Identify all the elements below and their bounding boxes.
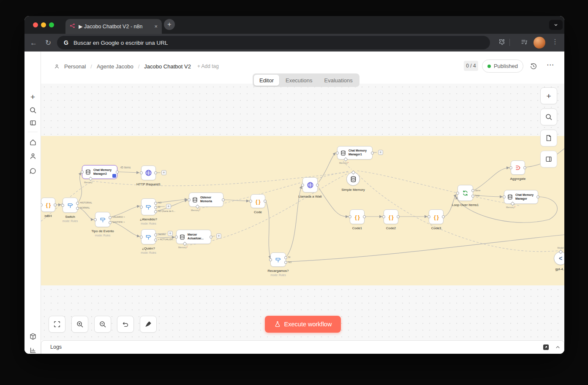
node-code[interactable]: { } [250,194,265,208]
node-loop-over-items1[interactable]: doneloop [457,185,473,201]
workflow-menu-icon[interactable]: ⋯ [547,60,554,69]
output-port[interactable] [363,215,366,218]
node-aggregate[interactable] [511,160,525,175]
input-port[interactable] [140,206,143,209]
node-http-request1[interactable] [141,165,156,180]
output-port[interactable] [109,216,112,219]
output-port[interactable] [76,207,79,210]
input-port[interactable] [140,171,143,174]
tab-editor[interactable]: Editor [254,75,279,86]
tab-executions[interactable]: Executions [280,75,318,86]
input-port[interactable] [456,192,459,195]
memory-port-diamond[interactable] [344,157,348,162]
logs-panel[interactable]: Logs [41,340,564,354]
output-port[interactable] [54,203,57,206]
output-port[interactable] [264,200,267,203]
input-port[interactable] [94,218,97,221]
output-port[interactable] [471,189,474,192]
input-port[interactable] [81,171,84,174]
output-port[interactable] [116,171,119,174]
published-button[interactable]: Published [482,60,523,73]
add-node-hint-button[interactable]: + [161,170,166,175]
input-port[interactable] [382,215,385,218]
memory-port-diamond[interactable] [196,205,200,209]
input-port[interactable] [427,215,430,218]
add-node-hint-button[interactable]: + [166,204,171,209]
node-chat-memory-manager1[interactable]: Chat Memory Manager1Memory* [337,146,373,160]
node-marcar-actualizar[interactable]: Marcar Actualizar...Memory* [176,230,211,244]
node-simple-memory[interactable] [346,172,360,186]
add-node-hint-button[interactable]: + [378,150,383,155]
canvas-search-button[interactable] [540,108,557,125]
breadcrumb-project[interactable]: Personal [64,63,86,70]
node-chat-memory-manager2[interactable]: Chat Memory Manager2Memory [82,165,117,179]
node-chat-memory-manager[interactable]: Chat Memory ManagerMemory* [504,190,538,204]
memory-port-diamond[interactable] [183,242,187,246]
output-port[interactable] [523,166,526,169]
tidy-up-button[interactable] [140,316,157,333]
input-port[interactable] [348,215,351,218]
input-port[interactable] [269,258,272,261]
expand-logs-chevron-icon[interactable] [555,344,561,350]
input-port[interactable] [249,200,252,203]
node-obtener-memoria[interactable]: Obtener MemoriaMemory* [189,192,223,207]
open-logs-popup-icon[interactable] [543,344,549,350]
output-port[interactable] [154,206,157,209]
sidebar-toggle-icon[interactable] [28,118,37,127]
templates-icon[interactable] [28,332,37,341]
output-port[interactable] [284,256,287,259]
output-port[interactable] [154,171,157,174]
breadcrumb-folder[interactable]: Agente Jacobo [97,63,133,70]
output-port[interactable] [154,210,157,213]
node-gpt-4[interactable]: <Model [554,252,564,265]
add-node-hint-button[interactable]: + [216,233,221,239]
node-tipo-de-evento[interactable]: USUARIO >SANTIFIK > [95,212,110,227]
undo-button[interactable] [117,316,134,333]
node-code1[interactable]: { } [350,209,365,224]
node-recargamos[interactable]: SINO [270,252,286,267]
output-port[interactable] [109,221,112,224]
output-port[interactable] [536,195,539,198]
add-node-hint-button[interactable]: + [168,231,173,236]
output-port[interactable] [284,261,287,264]
tab-evaluations[interactable]: Evaluations [319,75,358,86]
input-port[interactable] [509,166,512,169]
personal-icon[interactable] [28,152,37,160]
input-port[interactable] [188,198,191,201]
input-port[interactable] [140,236,143,239]
node-quien[interactable]: Jacobo+ ACTUALIZA... [141,229,156,244]
output-port[interactable] [222,198,225,201]
insights-icon[interactable] [28,346,37,354]
add-workflow-icon[interactable]: + [28,92,37,101]
zoom-in-button[interactable] [71,316,88,333]
node-code3[interactable]: { } [429,209,444,224]
input-port[interactable] [503,195,506,198]
zoom-to-fit-button[interactable] [49,316,65,333]
node-atendido[interactable]: NOSINO (fuera de h... [141,198,156,215]
output-port[interactable] [371,152,374,155]
chat-icon[interactable] [28,166,37,175]
home-icon[interactable] [28,138,37,146]
workflow-history-icon[interactable] [530,62,537,70]
output-port[interactable] [442,215,445,218]
sub-node-port-diamond[interactable] [351,171,355,175]
workflow-title[interactable]: Jacobo Chatbot V2 [144,63,191,70]
input-port[interactable] [301,184,304,187]
output-port[interactable] [76,202,79,205]
output-port[interactable] [397,215,400,218]
output-port[interactable] [154,202,157,205]
memory-port-diamond[interactable] [89,177,93,181]
memory-port-diamond[interactable] [511,202,515,206]
node-llamada-a-wati[interactable] [302,177,318,192]
output-port[interactable] [316,184,319,187]
node-switch[interactable]: HISTORIALNORMAL [63,198,78,213]
output-port[interactable] [154,233,157,236]
output-port[interactable] [210,236,212,239]
toggle-panel-button[interactable] [540,151,557,168]
input-port[interactable] [175,236,178,239]
zoom-out-button[interactable] [94,316,111,333]
sub-node-port-diamond[interactable] [558,250,563,254]
input-port[interactable] [61,204,64,207]
add-tag-button[interactable]: + Add tag [197,63,219,69]
input-port[interactable] [336,152,339,155]
